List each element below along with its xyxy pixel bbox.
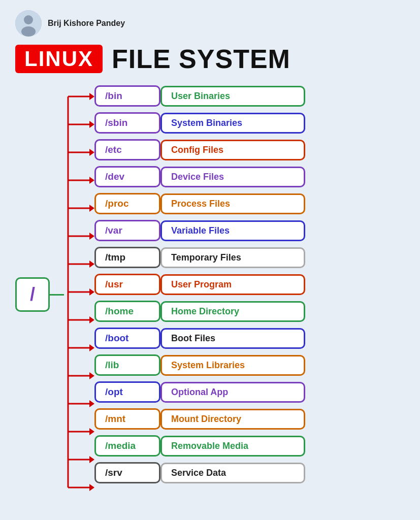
desc-pill: Home Directory	[160, 301, 305, 322]
desc-pill: System Binaries	[160, 113, 305, 134]
desc-pill: Temporary Files	[160, 247, 305, 268]
path-pill: /lib	[94, 354, 160, 376]
desc-pill: Process Files	[160, 193, 305, 214]
path-pill: /tmp	[94, 247, 160, 268]
svg-marker-13	[89, 205, 94, 212]
desc-pill: Boot Files	[160, 328, 305, 349]
path-pill: /opt	[94, 381, 160, 403]
svg-marker-29	[89, 428, 94, 435]
header: Brij Kishore Pandey	[15, 10, 405, 37]
tree-row: /tmpTemporary Files	[94, 247, 305, 268]
svg-marker-27	[89, 400, 94, 407]
tree-row: /binUser Binaries	[94, 85, 305, 107]
tree-row: /usrUser Program	[94, 274, 305, 295]
path-pill: /home	[94, 301, 160, 322]
desc-pill: User Program	[160, 274, 305, 295]
tree-row: /srvService Data	[94, 462, 305, 483]
svg-marker-11	[89, 177, 94, 184]
tree-row: /bootBoot Files	[94, 328, 305, 349]
diagram: / /binUser Binaries/sbinSystem Binaries/…	[15, 85, 405, 504]
root-connector	[50, 294, 64, 296]
desc-pill: Mount Directory	[160, 409, 305, 430]
svg-point-2	[21, 26, 36, 37]
root-node: /	[15, 277, 50, 312]
svg-marker-31	[89, 456, 94, 463]
svg-marker-21	[89, 316, 94, 323]
tree-row: /etcConfig Files	[94, 139, 305, 160]
svg-marker-33	[89, 484, 94, 491]
linux-badge: LINUX	[15, 45, 103, 73]
tree-body: /binUser Binaries/sbinSystem Binaries/et…	[64, 85, 305, 504]
desc-pill: Device Files	[160, 167, 305, 187]
desc-pill: Service Data	[160, 463, 305, 483]
path-pill: /bin	[94, 85, 160, 107]
tree-row: /varVariable Files	[94, 220, 305, 241]
path-pill: /usr	[94, 274, 160, 295]
tree-row: /libSystem Libraries	[94, 354, 305, 376]
path-pill: /proc	[94, 193, 160, 214]
tree-row: /sbinSystem Binaries	[94, 112, 305, 134]
svg-marker-25	[89, 372, 94, 379]
path-pill: /dev	[94, 166, 160, 187]
svg-marker-17	[89, 261, 94, 268]
path-pill: /srv	[94, 462, 160, 483]
desc-pill: Config Files	[160, 140, 305, 160]
tree-svg	[64, 85, 94, 504]
path-pill: /etc	[94, 139, 160, 160]
tree-row: /procProcess Files	[94, 193, 305, 214]
desc-pill: Optional App	[160, 382, 305, 403]
path-pill: /sbin	[94, 112, 160, 134]
title-row: LINUX FILE SYSTEM	[15, 44, 405, 74]
svg-marker-7	[89, 121, 94, 128]
svg-marker-5	[89, 93, 94, 100]
desc-pill: System Libraries	[160, 355, 305, 376]
avatar	[15, 10, 42, 37]
svg-marker-23	[89, 344, 94, 351]
path-pill: /mnt	[94, 408, 160, 430]
tree-row: /mediaRemovable Media	[94, 435, 305, 457]
svg-marker-19	[89, 288, 94, 296]
path-pill: /var	[94, 220, 160, 241]
desc-pill: User Binaries	[160, 86, 305, 107]
tree-row: /homeHome Directory	[94, 301, 305, 322]
path-pill: /boot	[94, 328, 160, 349]
tree-row: /mntMount Directory	[94, 408, 305, 430]
main-title: FILE SYSTEM	[112, 44, 290, 74]
tree-row: /optOptional App	[94, 381, 305, 403]
author-name: Brij Kishore Pandey	[48, 19, 125, 28]
svg-point-1	[24, 15, 33, 24]
tree-row: /devDevice Files	[94, 166, 305, 187]
nodes-list: /binUser Binaries/sbinSystem Binaries/et…	[94, 85, 305, 483]
svg-marker-9	[89, 149, 94, 156]
path-pill: /media	[94, 435, 160, 457]
desc-pill: Variable Files	[160, 220, 305, 241]
desc-pill: Removable Media	[160, 436, 305, 457]
svg-marker-15	[89, 233, 94, 240]
